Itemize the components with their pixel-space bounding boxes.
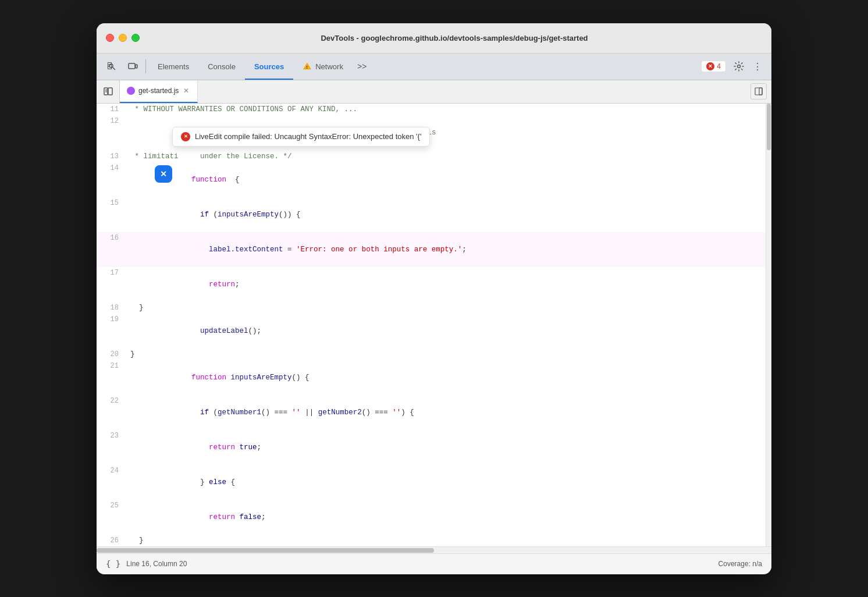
tab-sources[interactable]: Sources [245, 53, 293, 80]
file-tab-get-started-js[interactable]: get-started.js ✕ [120, 80, 198, 103]
line-number: 11 [97, 104, 126, 115]
svg-line-6 [112, 67, 115, 70]
svg-rect-17 [755, 88, 762, 95]
svg-point-11 [738, 65, 741, 68]
line-code: return true; [126, 430, 766, 465]
line-number: 22 [97, 395, 126, 430]
svg-rect-8 [129, 63, 135, 69]
devtools-window: DevTools - googlechrome.github.io/devtoo… [97, 23, 771, 574]
error-tooltip: ✕ LiveEdit compile failed: Uncaught Synt… [172, 127, 430, 147]
table-row: 15 if (inputsAreEmpty()) { [97, 197, 766, 232]
svg-rect-12 [104, 88, 108, 95]
maximize-button[interactable] [131, 34, 140, 42]
line-code: } [126, 535, 766, 546]
line-code: } else { [126, 465, 766, 500]
traffic-lights [106, 34, 140, 42]
format-button[interactable]: { } [106, 559, 120, 568]
sidebar-toggle-button[interactable] [97, 80, 120, 103]
line-code: if (getNumber1() === '' || getNumber2() … [126, 395, 766, 430]
line-code: return false; [126, 500, 766, 535]
tab-more[interactable]: >> [353, 53, 371, 80]
file-tab-icon [127, 87, 135, 95]
table-row: 19 updateLabel(); [97, 314, 766, 349]
line-code: if (inputsAreEmpty()) { [126, 197, 766, 232]
line-number: 16 [97, 232, 126, 267]
device-toggle-button[interactable] [122, 56, 143, 77]
svg-rect-2 [108, 69, 112, 69]
horizontal-scrollbar[interactable] [97, 546, 771, 553]
table-row: 25 return false; [97, 500, 766, 535]
line-number: 18 [97, 302, 126, 314]
line-error-indicator[interactable] [155, 165, 172, 183]
svg-rect-9 [136, 65, 137, 68]
line-number: 13 [97, 151, 126, 162]
code-area: ✕ LiveEdit compile failed: Uncaught Synt… [97, 104, 771, 553]
table-row: 24 } else { [97, 465, 766, 500]
line-number: 21 [97, 360, 126, 395]
status-bar: { } Line 16, Column 20 Coverage: n/a [97, 553, 771, 574]
line-code: function { [126, 162, 766, 197]
table-row: 23 return true; [97, 430, 766, 465]
table-row: 16 label.textContent = 'Error: one or bo… [97, 232, 766, 267]
more-options-button[interactable]: ⋮ [748, 57, 767, 76]
collapse-sidebar-button[interactable] [750, 83, 767, 100]
line-number: 15 [97, 197, 126, 232]
line-number: 17 [97, 267, 126, 302]
window-title: DevTools - googlechrome.github.io/devtoo… [147, 34, 762, 42]
line-number: 12 [97, 115, 126, 151]
line-number: 25 [97, 500, 126, 535]
line-code: * limitati under the License. */ [126, 151, 766, 162]
line-number: 23 [97, 430, 126, 465]
table-row: 14 function { [97, 162, 766, 197]
line-code: updateLabel(); [126, 314, 766, 349]
close-button[interactable] [106, 34, 114, 42]
tab-network[interactable]: ! Network [293, 53, 353, 80]
line-code: return; [126, 267, 766, 302]
file-tab-close-button[interactable]: ✕ [182, 86, 190, 96]
table-row: 17 return; [97, 267, 766, 302]
line-number: 20 [97, 349, 126, 360]
scrollbar-thumb[interactable] [767, 104, 771, 150]
line-number: 14 [97, 162, 126, 197]
line-number: 26 [97, 535, 126, 546]
line-code: label.textContent = 'Error: one or both … [126, 232, 766, 267]
settings-button[interactable] [730, 57, 748, 76]
minimize-button[interactable] [119, 34, 127, 42]
table-row: 13 * limitati under the License. */ [97, 151, 766, 162]
line-code: } [126, 349, 766, 360]
line-code: function inputsAreEmpty() { [126, 360, 766, 395]
tab-elements[interactable]: Elements [148, 53, 198, 80]
code-table: 11 * WITHOUT WARRANTIES OR CONDITIONS OF… [97, 104, 766, 546]
table-row: 20 } [97, 349, 766, 360]
table-row: 26 } [97, 535, 766, 546]
status-left: { } Line 16, Column 20 [106, 559, 187, 568]
title-bar: DevTools - googlechrome.github.io/devtoo… [97, 23, 771, 54]
table-row: 18 } [97, 302, 766, 314]
error-tooltip-icon: ✕ [181, 132, 190, 141]
devtools-tabs: Elements Console Sources ! Network >> ✕ … [97, 54, 771, 80]
vertical-scrollbar[interactable] [766, 104, 771, 546]
coverage-status: Coverage: n/a [718, 560, 762, 568]
tab-console[interactable]: Console [198, 53, 245, 80]
error-badge-icon: ✕ [706, 62, 714, 70]
svg-rect-13 [108, 88, 112, 95]
code-scroll-area[interactable]: 11 * WITHOUT WARRANTIES OR CONDITIONS OF… [97, 104, 771, 546]
error-badge[interactable]: ✕ 4 [701, 61, 726, 72]
table-row: 22 if (getNumber1() === '' || getNumber2… [97, 395, 766, 430]
svg-rect-18 [759, 88, 762, 95]
file-tabs-bar: get-started.js ✕ [97, 80, 771, 104]
scrollbar-thumb[interactable] [97, 548, 434, 553]
line-number: 24 [97, 465, 126, 500]
line-code: } [126, 302, 766, 314]
svg-rect-3 [111, 62, 112, 69]
table-row: 11 * WITHOUT WARRANTIES OR CONDITIONS OF… [97, 104, 766, 115]
line-number: 19 [97, 314, 126, 349]
cursor-position: Line 16, Column 20 [126, 560, 187, 568]
svg-rect-0 [108, 62, 112, 63]
inspect-icon-button[interactable] [101, 56, 122, 77]
table-row: 21 function inputsAreEmpty() { [97, 360, 766, 395]
file-tabs-right [198, 80, 771, 103]
tab-divider [145, 59, 146, 73]
line-code: * WITHOUT WARRANTIES OR CONDITIONS OF AN… [126, 104, 766, 115]
svg-rect-1 [108, 62, 108, 69]
